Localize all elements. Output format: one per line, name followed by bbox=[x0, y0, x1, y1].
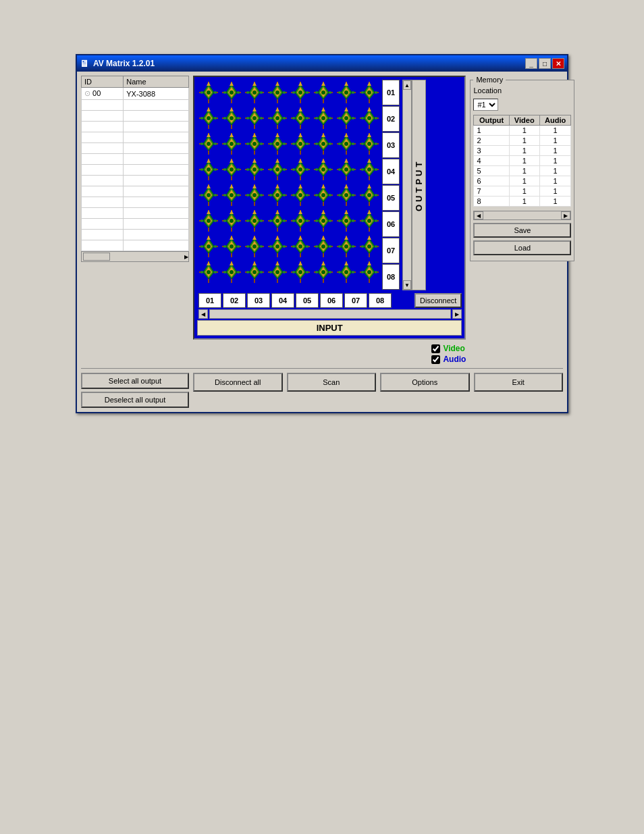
scroll-up-arrow[interactable]: ▲ bbox=[403, 80, 411, 90]
matrix-cell-r6-c1[interactable] bbox=[197, 208, 220, 234]
matrix-cell-r6-c4[interactable] bbox=[266, 208, 289, 234]
matrix-cell-r8-c5[interactable] bbox=[289, 259, 312, 285]
disconnect-button[interactable]: Disconnect bbox=[414, 293, 462, 308]
svg-point-508 bbox=[367, 270, 371, 274]
matrix-cell-r6-c7[interactable] bbox=[335, 208, 358, 234]
matrix-cell-r4-c3[interactable] bbox=[243, 157, 266, 182]
matrix-cell-r3-c8[interactable] bbox=[358, 131, 381, 157]
matrix-cell-r7-c7[interactable] bbox=[335, 234, 358, 259]
svg-point-412 bbox=[275, 244, 279, 249]
matrix-cell-r2-c5[interactable] bbox=[289, 105, 312, 131]
matrix-cell-r5-c5[interactable] bbox=[289, 182, 312, 208]
matrix-cell-r3-c7[interactable] bbox=[335, 131, 358, 157]
matrix-cell-r1-c5[interactable] bbox=[289, 80, 312, 105]
matrix-cell-r7-c5[interactable] bbox=[289, 234, 312, 259]
matrix-cell-r8-c2[interactable] bbox=[220, 259, 243, 285]
mem-scroll-right[interactable]: ▶ bbox=[561, 211, 570, 219]
matrix-cell-r7-c3[interactable] bbox=[243, 234, 266, 259]
matrix-cell-r6-c8[interactable] bbox=[358, 208, 381, 234]
matrix-cell-r8-c7[interactable] bbox=[335, 259, 358, 285]
matrix-cell-r6-c5[interactable] bbox=[289, 208, 312, 234]
scroll-left-arrow[interactable]: ◀ bbox=[198, 309, 208, 319]
minimize-button[interactable]: _ bbox=[525, 58, 537, 69]
select-all-output-button[interactable]: Select all output bbox=[81, 373, 189, 389]
matrix-cell-r1-c4[interactable] bbox=[266, 80, 289, 105]
matrix-cell-r4-c1[interactable] bbox=[197, 157, 220, 182]
table-row[interactable]: ⊙ 00 YX-3088 bbox=[82, 88, 189, 100]
matrix-cell-r4-c8[interactable] bbox=[358, 157, 381, 182]
matrix-cell-r4-c2[interactable] bbox=[220, 157, 243, 182]
matrix-cell-r4-c6[interactable] bbox=[312, 157, 335, 182]
device-list: ID Name ⊙ 00 YX-3088 bbox=[81, 76, 189, 364]
matrix-cell-r7-c8[interactable] bbox=[358, 234, 381, 259]
matrix-cell-r1-c6[interactable] bbox=[312, 80, 335, 105]
svg-marker-45 bbox=[321, 82, 325, 86]
save-button[interactable]: Save bbox=[473, 223, 571, 238]
matrix-cell-r2-c2[interactable] bbox=[220, 105, 243, 131]
matrix-cell-r2-c1[interactable] bbox=[197, 105, 220, 131]
matrix-cell-r3-c5[interactable] bbox=[289, 131, 312, 157]
matrix-cell-r2-c6[interactable] bbox=[312, 105, 335, 131]
matrix-cell-r3-c6[interactable] bbox=[312, 131, 335, 157]
svg-point-255 bbox=[375, 168, 377, 171]
matrix-cell-r4-c5[interactable] bbox=[289, 157, 312, 182]
matrix-cell-r5-c6[interactable] bbox=[312, 182, 335, 208]
matrix-cell-r1-c3[interactable] bbox=[243, 80, 266, 105]
matrix-cell-r4-c4[interactable] bbox=[266, 157, 289, 182]
app-icon: 🖥 bbox=[80, 58, 89, 69]
mem-scroll-left[interactable]: ◀ bbox=[474, 211, 483, 219]
matrix-cell-r8-c1[interactable] bbox=[197, 259, 220, 285]
matrix-cell-r3-c4[interactable] bbox=[266, 131, 289, 157]
matrix-cell-r8-c3[interactable] bbox=[243, 259, 266, 285]
matrix-cell-r7-c4[interactable] bbox=[266, 234, 289, 259]
matrix-cell-r2-c8[interactable] bbox=[358, 105, 381, 131]
scroll-right-arrow[interactable]: ▶ bbox=[452, 309, 462, 319]
matrix-cell-r1-c1[interactable] bbox=[197, 80, 220, 105]
matrix-cell-r5-c8[interactable] bbox=[358, 182, 381, 208]
matrix-cell-r1-c7[interactable] bbox=[335, 80, 358, 105]
matrix-cell-r6-c3[interactable] bbox=[243, 208, 266, 234]
audio-checkbox[interactable] bbox=[431, 355, 440, 364]
matrix-cell-r6-c6[interactable] bbox=[312, 208, 335, 234]
load-button[interactable]: Load bbox=[473, 240, 571, 255]
scroll-down-arrow[interactable]: ▼ bbox=[403, 280, 411, 290]
matrix-cell-r7-c2[interactable] bbox=[220, 234, 243, 259]
scan-button[interactable]: Scan bbox=[287, 373, 377, 392]
matrix-cell-r5-c2[interactable] bbox=[220, 182, 243, 208]
output-scrollbar[interactable]: ▲ ▼ bbox=[402, 80, 412, 290]
memory-scrollbar[interactable]: ◀ ▶ bbox=[473, 211, 571, 220]
options-button[interactable]: Options bbox=[380, 373, 470, 392]
matrix-cell-r5-c4[interactable] bbox=[266, 182, 289, 208]
svg-point-510 bbox=[361, 271, 364, 273]
matrix-cell-r2-c3[interactable] bbox=[243, 105, 266, 131]
exit-button[interactable]: Exit bbox=[474, 373, 564, 392]
svg-point-470 bbox=[246, 271, 249, 273]
matrix-cell-r5-c3[interactable] bbox=[243, 182, 266, 208]
matrix-cell-r8-c8[interactable] bbox=[358, 259, 381, 285]
matrix-cell-r3-c3[interactable] bbox=[243, 131, 266, 157]
matrix-cell-r8-c4[interactable] bbox=[266, 259, 289, 285]
matrix-cell-r5-c7[interactable] bbox=[335, 182, 358, 208]
svg-point-396 bbox=[230, 244, 234, 249]
matrix-cell-r2-c4[interactable] bbox=[266, 105, 289, 131]
memory-location-select[interactable]: #1 #2 #3 bbox=[473, 99, 498, 111]
input-scrollbar-track[interactable] bbox=[209, 309, 451, 319]
video-checkbox[interactable] bbox=[431, 344, 440, 353]
matrix-cell-r7-c6[interactable] bbox=[312, 234, 335, 259]
close-button[interactable]: ✕ bbox=[552, 58, 564, 69]
svg-marker-373 bbox=[344, 210, 348, 214]
matrix-cell-r3-c1[interactable] bbox=[197, 131, 220, 157]
matrix-cell-r1-c8[interactable] bbox=[358, 80, 381, 105]
deselect-all-output-button[interactable]: Deselect all output bbox=[81, 392, 189, 408]
device-list-scrollbar[interactable]: ▶ bbox=[81, 251, 189, 262]
matrix-cell-r2-c7[interactable] bbox=[335, 105, 358, 131]
matrix-cell-r5-c1[interactable] bbox=[197, 182, 220, 208]
matrix-cell-r6-c2[interactable] bbox=[220, 208, 243, 234]
matrix-cell-r3-c2[interactable] bbox=[220, 131, 243, 157]
matrix-cell-r1-c2[interactable] bbox=[220, 80, 243, 105]
maximize-button[interactable]: □ bbox=[539, 58, 551, 69]
matrix-cell-r4-c7[interactable] bbox=[335, 157, 358, 182]
disconnect-all-button[interactable]: Disconnect all bbox=[193, 373, 283, 392]
matrix-cell-r7-c1[interactable] bbox=[197, 234, 220, 259]
matrix-cell-r8-c6[interactable] bbox=[312, 259, 335, 285]
